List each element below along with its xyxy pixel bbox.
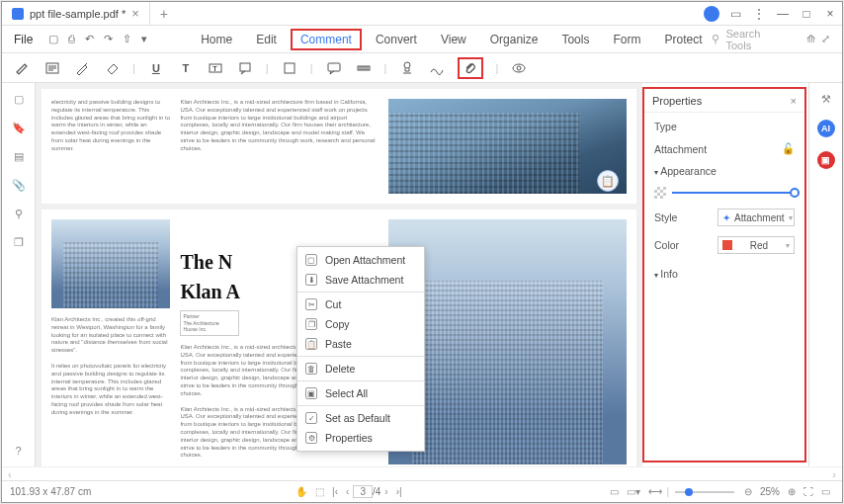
ctx-set-default[interactable]: ✓Set as Default [297,408,424,428]
measure-tool-icon[interactable] [355,59,373,77]
signature-tool-icon[interactable] [428,59,446,77]
svg-rect-4 [285,63,295,73]
user-avatar[interactable] [704,6,719,22]
context-menu: ▢Open Attachment ⬇Save Attachment ✂Cut ❐… [296,246,425,452]
tab-organize[interactable]: Organize [480,29,549,50]
fit-width-icon[interactable]: ⟷ [644,486,666,497]
horizontal-scrollbar[interactable]: ‹› [2,466,842,480]
maximize-button[interactable]: □ [797,4,816,24]
next-page-icon[interactable]: › [380,486,391,497]
style-select[interactable]: ✦ Attachment ▾ [717,209,795,226]
minimize-button[interactable]: — [773,4,793,24]
file-menu[interactable]: File [6,33,41,46]
close-window-button[interactable]: × [820,4,840,24]
undo-icon[interactable]: ↶ [85,33,94,45]
redo-icon[interactable]: ↷ [104,33,113,45]
layers-icon[interactable]: ▤ [14,150,24,163]
close-tab-icon[interactable]: × [131,6,139,21]
prev-page-icon[interactable]: ‹ [342,486,353,497]
note-tool-icon[interactable] [43,59,61,77]
first-page-icon[interactable]: |‹ [328,486,342,497]
ctx-paste[interactable]: 📋Paste [297,334,424,354]
fullscreen-icon[interactable]: ⛶ [800,486,817,497]
new-tab-button[interactable]: + [150,6,178,22]
svg-point-7 [404,62,410,68]
info-section[interactable]: Info [654,268,795,280]
tab-convert[interactable]: Convert [366,29,427,50]
properties-title: Properties [652,95,702,107]
print-icon[interactable]: ⎙ [68,33,75,45]
ctx-delete[interactable]: 🗑Delete [297,359,424,378]
left-sidebar: ▢ 🔖 ▤ 📎 ⚲ ❐ ? [2,83,36,466]
attachment-tool-icon[interactable] [458,57,483,79]
last-page-icon[interactable]: ›| [392,486,406,497]
tab-home[interactable]: Home [191,29,242,50]
callout-tool-icon[interactable] [236,59,254,77]
more-icon[interactable]: ⋮ [749,4,769,24]
stamp-tool-icon[interactable] [398,59,416,77]
search-placeholder[interactable]: Search Tools [725,28,778,51]
text-tool-icon[interactable]: T [177,59,195,77]
cloud-icon[interactable]: ⟰ [806,33,815,45]
ctx-copy[interactable]: ❐Copy [297,314,424,334]
lock-icon[interactable]: 🔓 [782,142,795,155]
view-mode2-icon[interactable]: ▭▾ [623,486,644,497]
tab-edit[interactable]: Edit [246,29,287,50]
zoom-value[interactable]: 25% [756,486,784,497]
highlight-tool-icon[interactable] [14,59,32,77]
ctx-cut[interactable]: ✂Cut [297,294,424,314]
share-icon[interactable]: ⇧ [123,33,131,45]
svg-point-8 [513,64,525,72]
search-panel-icon[interactable]: ⚲ [15,208,23,220]
reading-mode-icon[interactable]: ▭ [817,486,834,497]
ctx-save-attachment[interactable]: ⬇Save Attachment [297,270,424,290]
tab-form[interactable]: Form [603,29,650,50]
appearance-section[interactable]: Appearance [654,165,795,177]
ctx-select-all[interactable]: ▣Select All [297,383,424,403]
attachment-annotation[interactable]: 📋 [597,170,619,192]
text-column: It relies on photovoltaic panels for ele… [51,363,170,417]
opacity-slider[interactable] [654,187,795,199]
tab-tools[interactable]: Tools [551,29,599,50]
opacity-icon [654,187,666,199]
pencil-tool-icon[interactable] [73,59,91,77]
document-viewport[interactable]: electricity and passive building designs… [36,83,642,466]
tab-view[interactable]: View [431,29,476,50]
bookmarks-icon[interactable]: 🔖 [12,122,26,134]
tab-protect[interactable]: Protect [654,29,712,50]
comment-toolbar: | U T T | | | | [2,53,842,83]
hide-comments-icon[interactable] [510,59,528,77]
page-current[interactable]: 3 [353,485,373,498]
hand-tool-icon[interactable]: ✋ [292,486,311,497]
tool-badge-icon[interactable]: ▣ [817,151,835,169]
dropdown-icon[interactable]: ▾ [141,33,147,45]
close-properties-icon[interactable]: × [791,95,797,107]
shape-tool-icon[interactable] [281,59,298,77]
color-select[interactable]: Red ▾ [717,236,795,254]
comment-bubble-icon[interactable] [325,59,343,77]
help-icon[interactable]: ? [15,445,21,457]
thumbnails-icon[interactable]: ▢ [14,93,24,106]
attachments-icon[interactable]: 📎 [12,179,26,192]
settings-icon[interactable]: ⚒ [821,93,831,106]
views-icon[interactable]: ❐ [14,236,24,249]
expand-icon[interactable]: ⤢ [821,33,830,45]
view-mode-icon[interactable]: ▭ [606,486,623,497]
ai-badge-icon[interactable]: AI [817,120,835,137]
svg-text:T: T [212,64,217,73]
ctx-open-attachment[interactable]: ▢Open Attachment [297,250,424,270]
text-column: Klan Architects Inc., is a mid-sized arc… [180,99,379,194]
tab-comment[interactable]: Comment [291,29,362,50]
select-tool-icon[interactable]: ⬚ [311,486,328,497]
zoom-out-icon[interactable]: ⊖ [740,486,756,497]
textbox-tool-icon[interactable]: T [207,59,224,77]
document-tab[interactable]: ppt file-sample.pdf * × [2,2,150,26]
building-image-small [51,219,170,308]
save-icon[interactable]: ▢ [48,33,58,45]
ctx-properties[interactable]: ⚙Properties [297,428,424,448]
chat-icon[interactable]: ▭ [725,4,745,24]
eraser-tool-icon[interactable] [103,59,121,77]
zoom-slider[interactable] [675,491,734,493]
underline-tool-icon[interactable]: U [147,59,165,77]
zoom-in-icon[interactable]: ⊕ [784,486,800,497]
